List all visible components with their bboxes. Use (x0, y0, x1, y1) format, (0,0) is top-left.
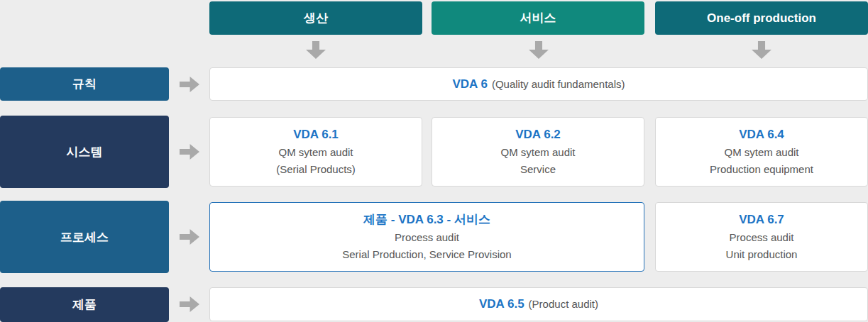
cell-vda62-title: VDA 6.2 (515, 126, 561, 144)
arrow-right-icon (180, 77, 199, 92)
arrow-right-icon (180, 144, 199, 160)
cell-vda64-title: VDA 6.4 (739, 126, 784, 144)
cell-vda62-line2: Service (520, 161, 556, 178)
cell-vda65-suffix: (Product audit) (529, 296, 598, 313)
cell-vda61-line2: (Serial Products) (276, 161, 356, 178)
row-label-system: 시스템 (0, 116, 169, 188)
cell-vda65-title: VDA 6.5 (479, 295, 524, 313)
vda-audit-diagram: 생산 서비스 One-off production 규칙 시스템 프로세스 제품… (0, 0, 868, 322)
row-label-rules: 규칙 (0, 67, 169, 101)
header-one-off-production: One-off production (655, 1, 868, 35)
cell-vda64: VDA 6.4 QM sytem audit Production equipm… (655, 117, 868, 187)
cell-vda67: VDA 6.7 Process audit Unit production (655, 202, 868, 272)
cell-vda6-title: VDA 6 (452, 75, 487, 94)
cell-vda67-line2: Unit production (726, 246, 798, 263)
cell-vda63-line1: Process audit (395, 229, 459, 246)
row-label-product: 제품 (0, 287, 169, 322)
header-production: 생산 (209, 1, 422, 35)
cell-vda65: VDA 6.5 (Product audit) (209, 287, 868, 321)
cell-vda61-line1: QM sytem audit (278, 144, 353, 161)
cell-vda64-line1: QM sytem audit (724, 144, 798, 161)
cell-vda62-line1: QM sytem audit (500, 144, 575, 161)
cell-vda62: VDA 6.2 QM sytem audit Service (432, 117, 644, 187)
cell-vda6-suffix: (Quality audit fundamentals) (492, 76, 625, 93)
row-label-process: 프로세스 (0, 201, 169, 273)
cell-vda67-title: VDA 6.7 (739, 211, 784, 229)
arrow-right-icon (180, 296, 199, 312)
cell-vda61: VDA 6.1 QM sytem audit (Serial Products) (209, 117, 422, 187)
cell-vda6: VDA 6 (Quality audit fundamentals) (209, 67, 868, 101)
cell-vda63-title: 제품 - VDA 6.3 - 서비스 (363, 211, 490, 229)
arrow-down-icon (529, 41, 549, 59)
header-service: 서비스 (432, 1, 644, 35)
cell-vda63: 제품 - VDA 6.3 - 서비스 Process audit Serial … (209, 202, 644, 272)
arrow-right-icon (180, 229, 199, 245)
cell-vda63-line2: Serial Production, Service Provision (342, 246, 511, 263)
arrow-down-icon (752, 41, 771, 59)
cell-vda64-line2: Production equipment (710, 161, 813, 178)
arrow-down-icon (306, 41, 326, 59)
cell-vda67-line1: Process audit (730, 229, 794, 246)
cell-vda61-title: VDA 6.1 (293, 126, 339, 144)
